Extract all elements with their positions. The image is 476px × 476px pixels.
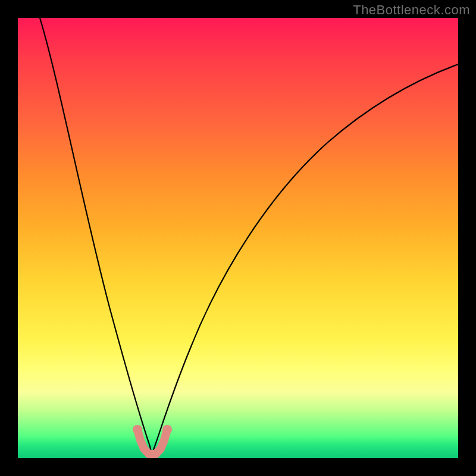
- marker-dot: [148, 450, 156, 458]
- marker-dot: [162, 425, 172, 434]
- plot-area: [18, 18, 458, 458]
- curve-right-branch: [152, 64, 458, 455]
- marker-dot: [156, 444, 165, 453]
- watermark-text: TheBottleneck.com: [353, 2, 470, 18]
- chart-svg: [18, 18, 458, 458]
- chart-frame: TheBottleneck.com: [0, 0, 476, 476]
- marker-dot: [133, 425, 142, 434]
- marker-dot: [140, 444, 148, 453]
- curve-left-branch: [40, 18, 152, 455]
